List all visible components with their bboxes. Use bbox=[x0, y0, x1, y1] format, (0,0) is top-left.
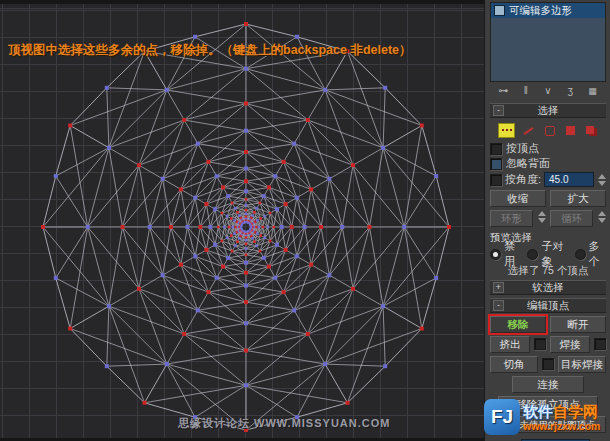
by-angle-row: 按角度: 45.0 bbox=[490, 172, 606, 187]
rollout-soft-selection[interactable]: + 软选择 bbox=[490, 280, 606, 295]
grow-button[interactable]: 扩大 bbox=[550, 190, 606, 207]
rollout-edit-vertices-title: 编辑顶点 bbox=[490, 299, 606, 313]
rjzxw-logo-icon: FJ bbox=[484, 399, 520, 435]
rjzxw-watermark: FJ 软件自学网 www.rjzxw.com bbox=[484, 395, 609, 439]
connect-button[interactable]: 连接 bbox=[512, 376, 584, 393]
top-viewport[interactable]: 顶视图中选择这些多余的点，移除掉。（键盘上的backspace 非delete）… bbox=[0, 0, 484, 441]
by-angle-checkbox[interactable] bbox=[490, 174, 502, 186]
by-angle-label: 按角度: bbox=[505, 172, 541, 187]
missyuan-watermark: 思缘设计论坛 WWW.MISSYUAN.COM bbox=[178, 416, 390, 431]
extrude-settings-box[interactable] bbox=[534, 338, 546, 350]
preview-selection-radios: 禁用 子对象 多个 bbox=[490, 248, 606, 260]
loop-spinner[interactable] bbox=[597, 210, 606, 224]
ignore-backfacing-label: 忽略背面 bbox=[506, 156, 550, 171]
stack-item-editable-poly[interactable]: 可编辑多边形 bbox=[491, 3, 605, 18]
border-subobject-icon[interactable] bbox=[542, 124, 557, 137]
break-button[interactable]: 断开 bbox=[550, 316, 606, 333]
tutorial-annotation: 顶视图中选择这些多余的点，移除掉。（键盘上的backspace 非delete） bbox=[8, 42, 482, 59]
radio-dot bbox=[527, 249, 538, 260]
site-name-orange: 自学网 bbox=[553, 403, 598, 420]
chamfer-settings-box[interactable] bbox=[542, 358, 554, 370]
remove-button[interactable]: 移除 bbox=[490, 316, 546, 333]
shrink-button[interactable]: 收缩 bbox=[490, 190, 546, 207]
by-vertex-row: 按顶点 bbox=[490, 142, 606, 155]
radio-multiple-label: 多个 bbox=[589, 239, 606, 269]
extrude-button[interactable]: 挤出 bbox=[490, 336, 530, 353]
remove-modifier-icon[interactable] bbox=[563, 85, 578, 97]
weld-button[interactable]: 焊接 bbox=[550, 336, 590, 353]
loop-button[interactable]: 循环 bbox=[550, 210, 593, 227]
rjzxw-text: 软件自学网 www.rjzxw.com bbox=[523, 403, 600, 432]
rollout-selection-title: 选择 bbox=[490, 104, 606, 118]
site-url: www.rjzxw.com bbox=[523, 420, 600, 432]
editable-poly-icon bbox=[494, 5, 505, 16]
pin-stack-icon[interactable] bbox=[496, 85, 511, 97]
weld-settings-box[interactable] bbox=[594, 338, 606, 350]
radio-dot bbox=[575, 249, 586, 260]
vertex-subobject-icon[interactable] bbox=[498, 123, 515, 138]
make-unique-icon[interactable] bbox=[541, 85, 556, 97]
by-vertex-label: 按顶点 bbox=[506, 141, 539, 156]
editable-poly-mesh[interactable] bbox=[0, 4, 484, 438]
ignore-backfacing-row: 忽略背面 bbox=[490, 157, 606, 170]
modifier-stack-toolbar bbox=[490, 82, 606, 100]
edge-subobject-icon[interactable] bbox=[521, 124, 536, 137]
ring-button[interactable]: 环形 bbox=[490, 210, 533, 227]
angle-value-field[interactable]: 45.0 bbox=[544, 172, 594, 187]
subobject-level-row bbox=[490, 120, 606, 140]
modifier-stack-list[interactable]: 可编辑多边形 bbox=[490, 2, 606, 82]
chamfer-button[interactable]: 切角 bbox=[490, 356, 538, 373]
rollout-selection[interactable]: - 选择 bbox=[490, 103, 606, 118]
radio-dot bbox=[490, 249, 501, 260]
target-weld-button[interactable]: 目标焊接 bbox=[558, 356, 606, 373]
site-name-blue: 软件 bbox=[523, 403, 553, 420]
show-end-result-icon[interactable] bbox=[518, 85, 533, 97]
by-vertex-checkbox[interactable] bbox=[490, 143, 502, 155]
configure-modifier-sets-icon[interactable] bbox=[585, 85, 600, 97]
stack-item-label: 可编辑多边形 bbox=[509, 4, 572, 18]
rollout-soft-selection-title: 软选择 bbox=[490, 281, 606, 295]
rollout-edit-vertices[interactable]: - 编辑顶点 bbox=[490, 298, 606, 313]
ring-spinner[interactable] bbox=[537, 210, 546, 224]
ignore-backfacing-checkbox[interactable] bbox=[490, 158, 502, 170]
polygon-subobject-icon[interactable] bbox=[563, 124, 578, 137]
element-subobject-icon[interactable] bbox=[584, 124, 599, 137]
angle-spinner[interactable] bbox=[597, 173, 606, 187]
command-panel: 可编辑多边形 - 选择 按顶点 忽略背面 bbox=[484, 0, 610, 441]
